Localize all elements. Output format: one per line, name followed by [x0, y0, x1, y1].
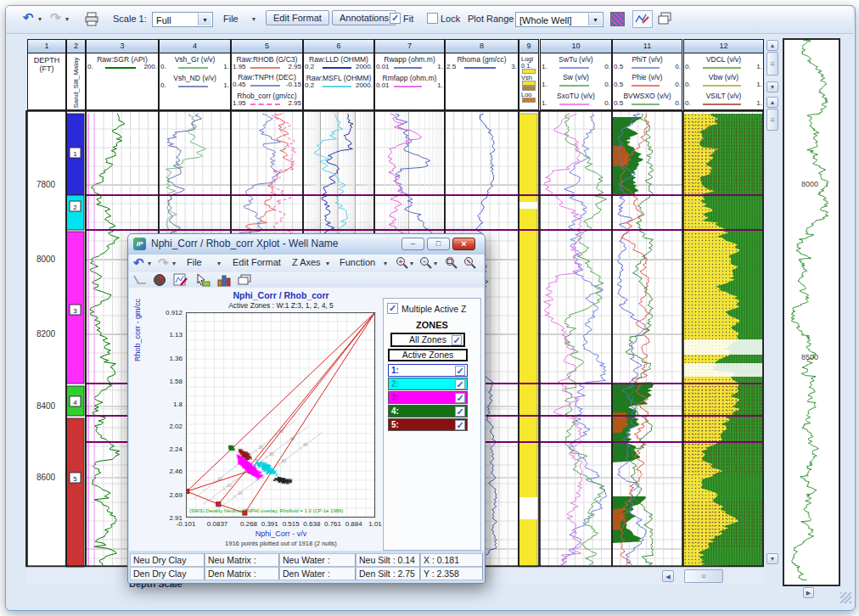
- scale-line-icon: [703, 67, 741, 69]
- zone-row-1[interactable]: 1:: [388, 364, 468, 377]
- minimize-button[interactable]: –: [401, 238, 424, 250]
- zone-row-checkbox[interactable]: [455, 406, 465, 417]
- track-9-number[interactable]: 9: [519, 39, 539, 53]
- track-6-header[interactable]: Raw:LLD (OHMM)0.22000.Raw:MSFL (OHMM)0.2…: [303, 53, 374, 110]
- histogram-icon[interactable]: [217, 273, 231, 287]
- pointer-tool-icon[interactable]: [195, 273, 211, 287]
- undo-caret-icon[interactable]: [38, 15, 42, 23]
- zoom-out-icon[interactable]: -: [419, 256, 433, 270]
- xplot-edit-format-menu[interactable]: Edit Format: [233, 257, 281, 267]
- h-scroll-left-icon[interactable]: [662, 570, 674, 582]
- all-zones-checkbox[interactable]: [452, 335, 462, 345]
- track-1-number[interactable]: 1: [27, 39, 66, 53]
- crossplot-canvas[interactable]: 102030401020304010203040(SWS) Density Ne…: [186, 312, 376, 518]
- fit-checkbox[interactable]: [390, 13, 401, 24]
- body-scroll-up-icon[interactable]: [766, 97, 778, 108]
- xplot-file-menu[interactable]: File: [187, 257, 202, 267]
- curve-edit-icon[interactable]: [632, 10, 653, 28]
- zoom-in-icon[interactable]: +: [396, 256, 409, 270]
- status-cell-0-4: X : 0.181: [420, 553, 483, 567]
- copy-plot-icon[interactable]: [238, 274, 252, 286]
- header-scroll-down-icon[interactable]: [766, 81, 778, 92]
- maximize-button[interactable]: □: [427, 238, 450, 250]
- zone-row-checkbox[interactable]: [455, 379, 465, 389]
- scale-combobox[interactable]: Full: [152, 12, 213, 27]
- edit-format-button[interactable]: Edit Format: [266, 10, 329, 25]
- zone-row-3[interactable]: 3:: [388, 391, 468, 404]
- zoom-in-caret-icon[interactable]: [410, 260, 413, 267]
- file-menu-caret-icon[interactable]: [252, 15, 255, 23]
- scale-line-icon: [559, 104, 589, 105]
- xplot-undo-caret-icon[interactable]: [148, 260, 151, 267]
- header-scroll-up-icon[interactable]: [766, 40, 778, 51]
- edit-plot-icon[interactable]: [173, 273, 188, 287]
- zone-row-2[interactable]: 2:: [388, 378, 468, 390]
- plot-range-caret-icon[interactable]: [588, 14, 602, 25]
- close-button[interactable]: ×: [452, 238, 475, 250]
- track-11-number[interactable]: 11: [612, 39, 682, 53]
- xplot-file-caret-icon[interactable]: [217, 260, 221, 267]
- track-8-header[interactable]: Rhoma (gm/cc)2.53.: [445, 53, 519, 110]
- track-7-header[interactable]: Rwapp (ohm.m)0.011.Rmfapp (ohm.m)0.011.: [374, 53, 445, 110]
- track-2-number[interactable]: 2: [66, 39, 86, 53]
- xplot-z-axes-caret-icon[interactable]: [326, 260, 329, 267]
- body-scroll-down-icon[interactable]: [766, 553, 778, 564]
- track-6-number[interactable]: 6: [303, 39, 374, 53]
- pick-line-tool-icon[interactable]: [133, 274, 147, 286]
- zone-row-checkbox[interactable]: [455, 393, 465, 403]
- redo-caret-icon[interactable]: [65, 15, 69, 23]
- zone-row-checkbox[interactable]: [455, 366, 465, 376]
- track-5-number[interactable]: 5: [231, 39, 303, 53]
- header-scroll-thumb[interactable]: [766, 52, 778, 76]
- zoom-window-icon[interactable]: [445, 256, 458, 270]
- zoom-reset-icon[interactable]: [463, 256, 477, 270]
- porosity-tick: 30: [269, 451, 274, 456]
- track-2-header[interactable]: Sand_Silt_Malay: [66, 53, 86, 110]
- copy-window-icon[interactable]: [658, 12, 672, 25]
- track-12-number[interactable]: 12: [683, 39, 764, 53]
- overview-scroll-right-icon[interactable]: [803, 587, 814, 598]
- track-3-header[interactable]: Raw:SGR (API)0.200.: [86, 53, 159, 110]
- multiple-active-zones-checkbox[interactable]: [387, 303, 398, 314]
- track-4-header[interactable]: Vsh_Gr (v/v)0.1.Vsh_ND (v/v)0.1.: [159, 53, 231, 110]
- file-menu[interactable]: File: [223, 14, 239, 24]
- xplot-redo-caret-icon[interactable]: [172, 260, 176, 267]
- h-scroll-thumb[interactable]: [684, 569, 723, 583]
- track-11-header[interactable]: PhiT (v/v)0.50.Phie (v/v)0.50.BVWSXO (v/…: [612, 53, 682, 110]
- undo-icon[interactable]: [23, 11, 34, 24]
- zone-row-5[interactable]: 5:: [388, 418, 468, 431]
- active-zones-button[interactable]: Active Zones: [388, 349, 468, 361]
- scale-combo-caret-icon[interactable]: [198, 14, 211, 25]
- body-scroll-thumb[interactable]: [766, 109, 778, 131]
- redo-icon[interactable]: [50, 11, 61, 24]
- xplot-redo-icon[interactable]: [158, 256, 169, 269]
- xplot-titlebar[interactable]: IP Nphi_Corr / Rhob_corr Xplot - Well Na…: [128, 234, 485, 255]
- zone-row-label: 4:: [391, 406, 399, 416]
- window-resize-grip[interactable]: [840, 592, 851, 603]
- annotations-button[interactable]: Annotations: [332, 10, 396, 25]
- xplot-z-axes-menu[interactable]: Z Axes: [292, 257, 321, 267]
- print-icon[interactable]: [84, 12, 99, 27]
- xplot-function-menu[interactable]: Function: [340, 257, 375, 267]
- track-5-header[interactable]: Raw:RHOB (G/C3)1.952.95Raw:TNPH (DEC)0.4…: [231, 53, 303, 110]
- xplot-function-caret-icon[interactable]: [384, 260, 387, 267]
- all-zones-button[interactable]: All Zones: [390, 333, 465, 347]
- zone-row-4[interactable]: 4:: [388, 405, 468, 417]
- plot-range-combobox[interactable]: [Whole Well]: [515, 12, 604, 27]
- track-10-number[interactable]: 10: [540, 39, 612, 53]
- track-12-header[interactable]: VDCL (v/v)0.1.Vbw (v/v)0.1.VSILT (v/v)0.…: [683, 53, 764, 110]
- history-clock-icon[interactable]: [153, 273, 166, 287]
- track-4-number[interactable]: 4: [159, 39, 231, 53]
- track-3-number[interactable]: 3: [86, 39, 159, 53]
- xplot-undo-icon[interactable]: [133, 256, 144, 269]
- track-7-number[interactable]: 7: [374, 39, 445, 53]
- zone-row-checkbox[interactable]: [455, 420, 465, 430]
- lock-checkbox[interactable]: [427, 13, 438, 24]
- track-9-header[interactable]: Logi0 1.VshLoo: [519, 53, 539, 110]
- track-1-header[interactable]: DEPTH(FT): [27, 53, 66, 110]
- scale-left: 0.2: [305, 64, 314, 70]
- grid-tool-icon[interactable]: [610, 12, 625, 26]
- track-8-number[interactable]: 8: [445, 39, 519, 53]
- track-10-header[interactable]: SwTu (v/v)1.0.Sw (v/v)1.0.SxoTU (v/v)1.0…: [540, 53, 612, 110]
- zoom-out-caret-icon[interactable]: [434, 260, 437, 267]
